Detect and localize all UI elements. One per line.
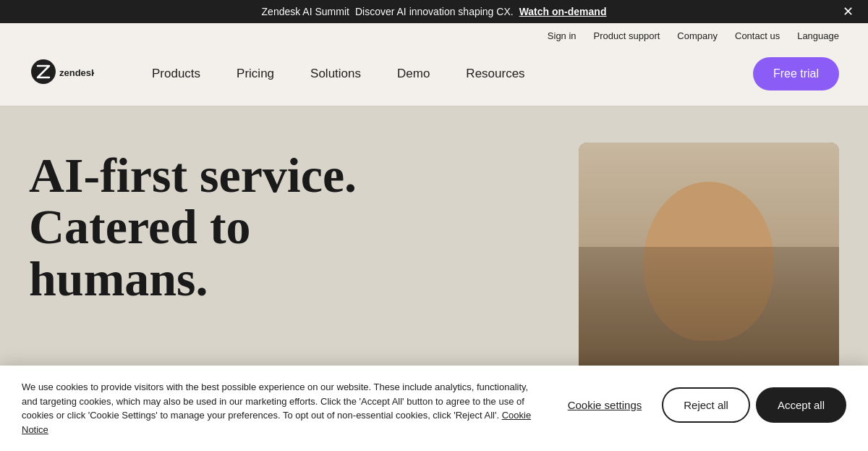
banner-brand: Zendesk AI Summit (262, 6, 349, 17)
cookie-text: We use cookies to provide visitors with … (22, 380, 532, 437)
nav-resources[interactable]: Resources (451, 61, 539, 87)
secondary-nav-product-support[interactable]: Product support (594, 30, 660, 41)
nav-demo[interactable]: Demo (383, 61, 444, 87)
hero-text: AI-first service. Catered to humans. (29, 143, 579, 305)
logo[interactable]: zendesk (29, 56, 94, 91)
main-nav: zendesk Products Pricing Solutions Demo … (0, 49, 868, 106)
svg-text:zendesk: zendesk (59, 67, 94, 78)
primary-nav-links: Products Pricing Solutions Demo Resource… (137, 61, 753, 87)
secondary-nav-signin[interactable]: Sign in (548, 30, 576, 41)
nav-pricing[interactable]: Pricing (222, 61, 289, 87)
nav-solutions[interactable]: Solutions (296, 61, 375, 87)
hero-line1: AI-first service. (29, 148, 357, 203)
secondary-nav-language[interactable]: Language (797, 30, 839, 41)
cookie-buttons: Cookie settings Reject all Accept all (553, 380, 846, 423)
cookie-body-text: We use cookies to provide visitors with … (22, 382, 528, 421)
top-banner: Zendesk AI Summit Discover AI innovation… (0, 0, 868, 23)
secondary-nav: Sign in Product support Company Contact … (0, 23, 868, 49)
zendesk-logo-svg: zendesk (29, 56, 94, 88)
banner-link[interactable]: Watch on-demand (519, 6, 607, 17)
secondary-nav-company[interactable]: Company (677, 30, 718, 41)
hero-line2: Catered to (29, 199, 251, 254)
cookie-settings-button[interactable]: Cookie settings (553, 389, 657, 421)
free-trial-button[interactable]: Free trial (753, 57, 839, 90)
banner-close-button[interactable]: ✕ (843, 4, 854, 20)
accept-all-button[interactable]: Accept all (756, 387, 846, 423)
hero-section: AI-first service. Catered to humans. (0, 106, 868, 396)
hero-image (579, 143, 839, 396)
hero-line3: humans. (29, 251, 208, 306)
hero-person-image (579, 143, 839, 396)
banner-text: Discover AI innovation shaping CX. (355, 6, 514, 17)
cookie-banner: We use cookies to provide visitors with … (0, 366, 868, 451)
nav-products[interactable]: Products (137, 61, 215, 87)
hero-title: AI-first service. Catered to humans. (29, 150, 579, 305)
reject-all-button[interactable]: Reject all (662, 387, 750, 423)
secondary-nav-contact[interactable]: Contact us (735, 30, 780, 41)
